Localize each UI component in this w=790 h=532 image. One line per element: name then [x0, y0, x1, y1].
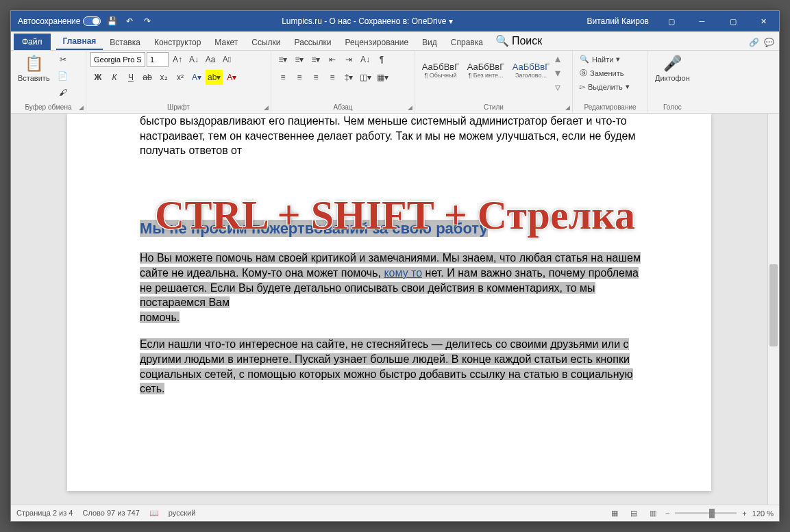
- tab-file[interactable]: Файл: [14, 34, 51, 50]
- subscript-button[interactable]: x₂: [156, 70, 171, 85]
- style-nospace[interactable]: АаБбВвГ ¶ Без инте...: [465, 52, 507, 88]
- replace-button[interactable]: ⓐЗаменить: [577, 66, 632, 79]
- font-size-input[interactable]: [147, 52, 169, 67]
- group-clipboard-label: Буфер обмена: [11, 102, 86, 112]
- paragraph-launcher-icon[interactable]: ◢: [408, 104, 412, 111]
- search-icon: 🔍: [495, 34, 509, 47]
- style-preview: АаБбВвГ: [513, 62, 550, 72]
- tab-insert[interactable]: Вставка: [103, 35, 147, 50]
- toggle-switch-icon: [83, 16, 101, 26]
- styles-launcher-icon[interactable]: ◢: [565, 104, 570, 111]
- cut-button[interactable]: ✂: [55, 52, 71, 67]
- tab-view[interactable]: Вид: [415, 35, 444, 50]
- style-normal[interactable]: АаБбВвГ ¶ Обычный: [419, 52, 462, 88]
- style-name: ¶ Обычный: [424, 72, 456, 79]
- paragraph: Если нашли что-то интересное на сайте, н…: [140, 337, 650, 396]
- align-center-button[interactable]: ≡: [292, 70, 307, 85]
- minimize-button[interactable]: ─: [687, 11, 717, 31]
- zoom-level[interactable]: 120 %: [752, 509, 774, 518]
- indent-inc-button[interactable]: ⇥: [341, 52, 356, 67]
- spell-check-icon[interactable]: 📖: [149, 509, 159, 518]
- tab-review[interactable]: Рецензирование: [338, 35, 415, 50]
- justify-button[interactable]: ≡: [325, 70, 340, 85]
- autosave-toggle[interactable]: Автосохранение: [18, 16, 101, 26]
- font-color-button[interactable]: A▾: [224, 70, 239, 85]
- align-right-button[interactable]: ≡: [308, 70, 323, 85]
- close-button[interactable]: ✕: [748, 11, 779, 31]
- bullets-button[interactable]: ≡▾: [275, 52, 291, 67]
- page-indicator[interactable]: Страница 2 из 4: [16, 509, 73, 518]
- clear-format-button[interactable]: A⃠: [219, 52, 234, 67]
- strike-button[interactable]: ab: [140, 70, 155, 85]
- maximize-button[interactable]: ▢: [717, 11, 748, 31]
- text-effects-button[interactable]: A▾: [189, 70, 204, 85]
- sort-button[interactable]: A↓: [358, 52, 373, 67]
- user-name[interactable]: Виталий Каиров: [580, 16, 656, 26]
- clipboard-launcher-icon[interactable]: ◢: [79, 104, 84, 111]
- styles-down-icon[interactable]: ▾: [555, 66, 560, 79]
- borders-button[interactable]: ▦▾: [375, 70, 391, 85]
- paragraph: помочь.: [140, 310, 650, 325]
- group-font-label: Шрифт: [86, 102, 271, 112]
- group-styles-label: Стили: [415, 102, 572, 112]
- group-voice-label: Голос: [648, 102, 697, 112]
- scrollbar-thumb[interactable]: [769, 264, 778, 346]
- tab-help[interactable]: Справка: [444, 35, 490, 50]
- numbering-button[interactable]: ≡▾: [292, 52, 307, 67]
- tab-design[interactable]: Конструктор: [147, 35, 208, 50]
- word-count[interactable]: Слово 97 из 747: [82, 509, 139, 518]
- dictate-button[interactable]: 🎤 Диктофон: [652, 52, 693, 85]
- show-marks-button[interactable]: ¶: [374, 52, 389, 67]
- align-left-button[interactable]: ≡: [275, 70, 291, 85]
- ribbon-display-icon[interactable]: ▢: [656, 11, 687, 31]
- italic-button[interactable]: К: [107, 70, 122, 85]
- change-case-button[interactable]: Aa: [203, 52, 218, 67]
- bold-button[interactable]: Ж: [90, 70, 106, 85]
- undo-icon[interactable]: ↶: [123, 14, 136, 28]
- tab-mailings[interactable]: Рассылки: [288, 35, 338, 50]
- font-launcher-icon[interactable]: ◢: [264, 104, 269, 111]
- styles-up-icon[interactable]: ▴: [555, 52, 560, 65]
- hyperlink[interactable]: кому то: [384, 267, 422, 279]
- comments-button[interactable]: 💬: [761, 35, 776, 50]
- document-scroll[interactable]: быстро выздоравливают его пациенты. Чем …: [11, 114, 767, 505]
- font-name-input[interactable]: [90, 52, 145, 67]
- save-icon[interactable]: 💾: [105, 14, 119, 28]
- page[interactable]: быстро выздоравливают его пациенты. Чем …: [67, 114, 711, 491]
- zoom-in-button[interactable]: +: [742, 509, 746, 518]
- format-painter-button[interactable]: 🖌: [55, 85, 71, 100]
- paste-button[interactable]: 📋 Вставить: [15, 52, 53, 85]
- style-heading[interactable]: АаБбВвГ Заголово...: [510, 52, 552, 88]
- search-label: Поиск: [512, 35, 542, 47]
- search-box[interactable]: 🔍 Поиск: [490, 31, 547, 50]
- tab-layout[interactable]: Макет: [208, 35, 245, 50]
- highlight-button[interactable]: ab▾: [206, 70, 223, 85]
- zoom-slider[interactable]: [675, 512, 737, 514]
- zoom-out-button[interactable]: −: [665, 509, 669, 518]
- indent-dec-button[interactable]: ⇤: [325, 52, 340, 67]
- grow-font-button[interactable]: A↑: [170, 52, 185, 67]
- share-button[interactable]: 🔗: [746, 35, 761, 50]
- superscript-button[interactable]: x²: [173, 70, 188, 85]
- shrink-font-button[interactable]: A↓: [186, 52, 201, 67]
- find-button[interactable]: 🔍Найти ▾: [577, 53, 632, 65]
- titlebar: Автосохранение 💾 ↶ ↷ Lumpics.ru - О нас …: [11, 11, 779, 31]
- shading-button[interactable]: ◫▾: [358, 70, 373, 85]
- copy-button[interactable]: 📄: [55, 68, 71, 84]
- line-spacing-button[interactable]: ‡▾: [341, 70, 356, 85]
- language-indicator[interactable]: русский: [169, 509, 195, 518]
- web-layout-icon[interactable]: ▥: [646, 507, 660, 520]
- underline-button[interactable]: Ч: [123, 70, 138, 85]
- dictate-label: Диктофон: [655, 74, 690, 82]
- ribbon: 📋 Вставить ✂ 📄 🖌 Буфер обмена ◢ A↑ A↓: [11, 51, 779, 114]
- read-mode-icon[interactable]: ▦: [608, 507, 621, 520]
- tab-references[interactable]: Ссылки: [245, 35, 287, 50]
- print-layout-icon[interactable]: ▤: [627, 507, 641, 520]
- vertical-scrollbar[interactable]: [767, 114, 779, 505]
- select-button[interactable]: ▻Выделить ▾: [577, 81, 632, 92]
- clipboard-icon: 📋: [25, 55, 43, 73]
- redo-icon[interactable]: ↷: [140, 14, 154, 28]
- multilevel-button[interactable]: ≡▾: [308, 52, 323, 67]
- styles-more-icon[interactable]: ▿: [555, 81, 560, 94]
- tab-home[interactable]: Главная: [56, 34, 103, 50]
